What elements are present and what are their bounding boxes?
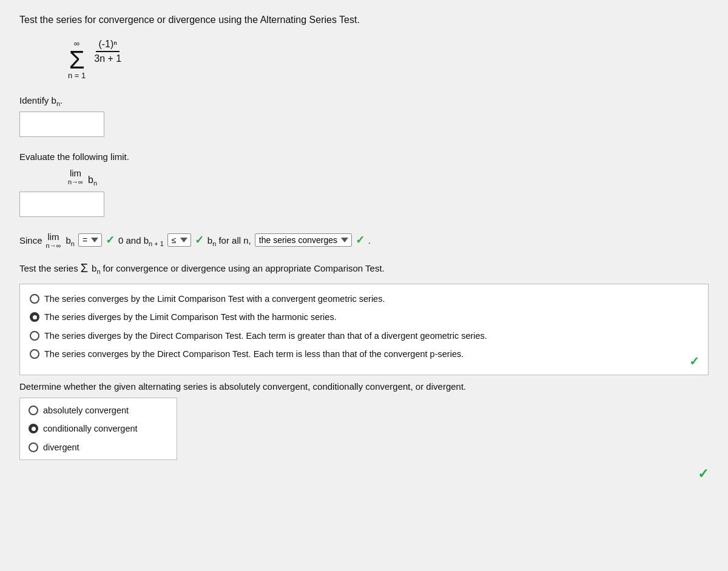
fraction-numerator: (-1)ⁿ — [96, 39, 120, 52]
check1: ✓ — [106, 233, 115, 247]
lim-stack: lim n→∞ — [68, 168, 83, 185]
fraction-denominator: 3n + 1 — [92, 52, 124, 64]
evaluate-limit-label: Evaluate the following limit. — [19, 152, 709, 162]
radio-4[interactable] — [30, 349, 39, 359]
since-lim: lim n→∞ — [46, 232, 61, 249]
radio-2[interactable] — [30, 312, 39, 322]
bn-input[interactable] — [19, 112, 104, 137]
determine-options-box: absolutely convergent conditionally conv… — [19, 398, 177, 460]
limit-input[interactable] — [19, 192, 104, 217]
determine-section: Determine whether the given alternating … — [19, 381, 709, 482]
comparison-option-1[interactable]: The series converges by the Limit Compar… — [30, 293, 698, 305]
sigma-bottom: n = 1 — [68, 71, 86, 81]
radio-3[interactable] — [30, 331, 39, 341]
bottom-checkmark-row: ✓ — [19, 464, 709, 482]
comparison-option-2[interactable]: The series diverges by the Limit Compari… — [30, 311, 698, 323]
series-fraction: (-1)ⁿ 3n + 1 — [92, 39, 124, 64]
radio-1[interactable] — [30, 294, 39, 304]
comparison-option-4[interactable]: The series converges by the Direct Compa… — [30, 348, 698, 360]
determine-radio-2[interactable] — [29, 424, 38, 433]
sigma-symbol: ∞ Σ n = 1 — [68, 39, 86, 81]
since-line: Since lim n→∞ bn = ≠ < > ✓ 0 and bn + 1 … — [19, 232, 709, 249]
determine-label: Determine whether the given alternating … — [19, 381, 709, 392]
bottom-checkmark-icon: ✓ — [698, 466, 709, 482]
comparison-options-box: The series converges by the Limit Compar… — [19, 284, 709, 375]
identify-bn-label: Identify bn. — [19, 95, 709, 105]
equals-dropdown[interactable]: = ≠ < > — [78, 233, 102, 247]
box-checkmark: ✓ — [689, 354, 699, 369]
test-series-line: Test the series Σ bn for convergence or … — [19, 261, 709, 275]
series-converges-dropdown[interactable]: the series converges the series diverges — [255, 233, 352, 247]
series-formula: ∞ Σ n = 1 (-1)ⁿ 3n + 1 — [68, 39, 709, 81]
determine-option-3[interactable]: divergent — [29, 441, 168, 453]
determine-option-1[interactable]: absolutely convergent — [29, 404, 168, 416]
page-title: Test the series for convergence or diver… — [19, 15, 709, 25]
determine-radio-3[interactable] — [29, 442, 38, 452]
check3: ✓ — [356, 233, 365, 247]
limit-expression: lim n→∞ bn — [68, 168, 709, 185]
check2: ✓ — [195, 233, 204, 247]
sigma-inline: Σ — [81, 261, 88, 275]
comparison-option-3[interactable]: The series diverges by the Direct Compar… — [30, 330, 698, 342]
determine-radio-1[interactable] — [29, 406, 38, 415]
determine-option-2[interactable]: conditionally convergent — [29, 422, 168, 435]
inequality-dropdown[interactable]: ≤ ≥ < > — [167, 233, 191, 247]
